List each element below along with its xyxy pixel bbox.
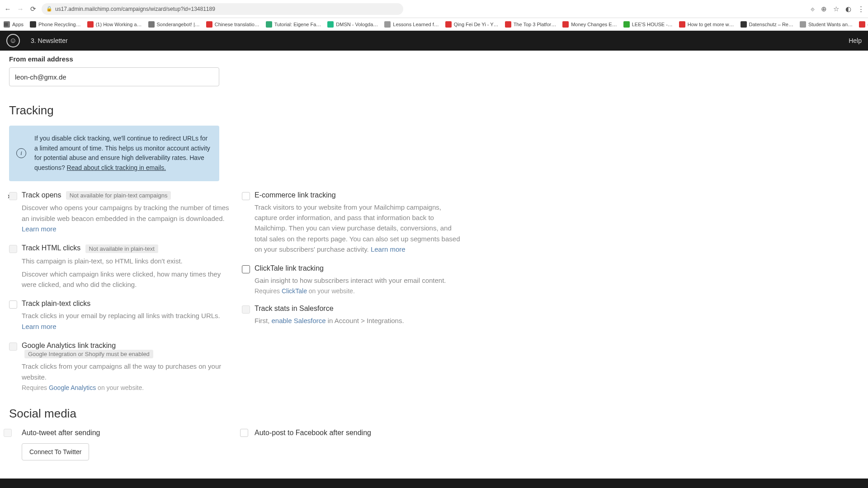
breadcrumb[interactable]: 3. Newsletter	[31, 37, 68, 44]
bookmark-favicon-icon	[859, 21, 865, 28]
from-email-label: From email address	[9, 55, 859, 63]
bookmark-item[interactable]: How to get more w…	[679, 21, 734, 28]
track-opens-option: Track opens Not available for plain-text…	[9, 191, 231, 234]
ga-badge: Google Integration or Shopify must be en…	[24, 350, 153, 358]
auto-facebook-checkbox[interactable]	[240, 429, 248, 437]
profile-icon[interactable]: ◐	[845, 5, 851, 13]
browser-toolbar: ← → ⟳ 🔒 us17.admin.mailchimp.com/campaig…	[0, 0, 868, 18]
star-icon[interactable]: ☆	[833, 5, 839, 13]
track-plain-desc: Track clicks in your email by replacing …	[22, 310, 231, 332]
ga-title: Google Analytics link tracking	[22, 342, 116, 349]
from-email-input[interactable]	[9, 67, 219, 86]
salesforce-desc: First, enable Salesforce in Account > In…	[255, 315, 463, 326]
bookmark-item[interactable]: LEE'S HOUSE -…	[623, 21, 673, 28]
info-icon: i	[16, 148, 26, 158]
track-html-checkbox	[9, 245, 17, 253]
auto-tweet-title: Auto-tweet after sending	[22, 429, 100, 436]
bookmark-favicon-icon	[266, 21, 272, 28]
clicktale-requires: Requires ClickTale on your website.	[255, 287, 463, 295]
bookmark-item[interactable]: Datenschutz – Re…	[741, 21, 793, 28]
track-html-title: Track HTML clicks	[22, 244, 80, 252]
ecommerce-learn-more-link[interactable]: Learn more	[371, 245, 406, 253]
track-html-clicks-option: Track HTML clicks Not available in plain…	[9, 244, 231, 290]
ga-link[interactable]: Google Analytics	[49, 384, 96, 391]
clicktale-link[interactable]: ClickTale	[282, 287, 307, 295]
main-content: From email address Tracking i If you dis…	[0, 51, 868, 479]
bookmark-favicon-icon	[800, 21, 806, 28]
google-analytics-option: Google Analytics link tracking Google In…	[9, 342, 231, 391]
ecommerce-title: E-commerce link tracking	[255, 191, 336, 199]
bookmark-item[interactable]: (2) How To Add A…	[859, 21, 868, 28]
tracking-right-column: E-commerce link tracking Track visitors …	[242, 191, 463, 401]
connect-twitter-button[interactable]: Connect To Twitter	[22, 443, 89, 460]
social-media-heading: Social media	[9, 407, 859, 421]
menu-icon[interactable]: ⋮	[858, 5, 864, 13]
track-opens-checkbox	[9, 192, 17, 200]
bookmark-favicon-icon	[148, 21, 155, 28]
url-text: us17.admin.mailchimp.com/campaigns/wizar…	[55, 6, 215, 12]
reload-button[interactable]: ⟳	[29, 5, 37, 13]
clicktale-title: ClickTale link tracking	[255, 264, 324, 272]
auto-facebook-title: Auto-post to Facebook after sending	[255, 429, 371, 436]
track-html-note: This campaign is plain-text, so HTML lin…	[22, 256, 231, 266]
bookmark-item[interactable]: Money Changes E…	[562, 21, 617, 28]
clicktale-checkbox[interactable]	[242, 265, 250, 273]
track-plain-title: Track plain-text clicks	[22, 300, 90, 307]
apps-icon: ▦	[4, 21, 10, 28]
bookmark-favicon-icon	[623, 21, 630, 28]
salesforce-title: Track stats in Salesforce	[255, 305, 334, 312]
bookmark-favicon-icon	[741, 21, 747, 28]
bookmark-favicon-icon	[327, 21, 334, 28]
salesforce-checkbox	[242, 305, 250, 314]
ga-checkbox	[9, 343, 17, 351]
ecommerce-desc: Track visitors to your website from your…	[255, 202, 463, 254]
bookmark-item[interactable]: The Top 3 Platfor…	[505, 21, 557, 28]
chrome-right-icons: ⟐ ⊕ ☆ ◐ ⋮	[811, 5, 864, 13]
bookmark-item[interactable]: DMSN - Vologda…	[327, 21, 378, 28]
translate-icon[interactable]: ⟐	[811, 5, 815, 13]
tracking-heading: Tracking	[9, 103, 859, 117]
apps-button[interactable]: ▦ Apps	[4, 21, 24, 28]
bookmark-favicon-icon	[87, 21, 94, 28]
track-html-desc: Discover which campaign links were click…	[22, 269, 231, 290]
bookmark-item[interactable]: (1) How Working a…	[87, 21, 142, 28]
info-link[interactable]: Read about click tracking in emails.	[67, 164, 166, 171]
bookmark-item[interactable]: Chinese translatio…	[206, 21, 259, 28]
bookmark-item[interactable]: Lessons Learned f…	[384, 21, 439, 28]
app-header: ☺ 3. Newsletter Help	[0, 31, 868, 51]
bookmark-favicon-icon	[445, 21, 452, 28]
url-bar[interactable]: 🔒 us17.admin.mailchimp.com/campaigns/wiz…	[42, 3, 403, 15]
bookmark-favicon-icon	[562, 21, 569, 28]
bookmark-item[interactable]: Sonderangebot! |…	[148, 21, 200, 28]
bookmark-item[interactable]: Phone Recycling…	[30, 21, 81, 28]
ga-desc: Track clicks from your campaigns all the…	[22, 361, 231, 382]
back-button[interactable]: ←	[4, 5, 12, 13]
bookmark-item[interactable]: Qing Fei De Yi - Y…	[445, 21, 499, 28]
bookmark-item[interactable]: Tutorial: Eigene Fa…	[266, 21, 321, 28]
tracking-info-box: i If you disable click tracking, we'll c…	[9, 126, 219, 181]
zoom-icon[interactable]: ⊕	[821, 5, 827, 13]
ecommerce-checkbox[interactable]	[242, 192, 250, 200]
bookmark-item[interactable]: Student Wants an…	[800, 21, 853, 28]
tracking-left-column: Track opens Not available for plain-text…	[9, 191, 231, 401]
help-link[interactable]: Help	[849, 37, 862, 44]
track-opens-badge: Not available for plain-text campaigns	[66, 191, 171, 200]
auto-tweet-option: Auto-tweet after sending Connect To Twit…	[9, 429, 231, 460]
track-opens-desc: Discover who opens your campaigns by tra…	[22, 202, 231, 234]
bookmark-favicon-icon	[679, 21, 685, 28]
ecommerce-option: E-commerce link tracking Track visitors …	[242, 191, 463, 254]
track-plain-learn-more-link[interactable]: Learn more	[22, 323, 57, 330]
clicktale-option: ClickTale link tracking Gain insight to …	[242, 264, 463, 295]
bookmark-favicon-icon	[384, 21, 391, 28]
track-plain-checkbox[interactable]	[9, 300, 17, 309]
track-opens-learn-more-link[interactable]: Learn more	[22, 225, 57, 233]
bookmark-favicon-icon	[505, 21, 511, 28]
track-plain-clicks-option: Track plain-text clicks Track clicks in …	[9, 300, 231, 332]
salesforce-link[interactable]: enable Salesforce	[272, 317, 326, 324]
track-html-badge: Not available in plain-text	[85, 244, 158, 253]
mailchimp-logo-icon[interactable]: ☺	[6, 34, 20, 47]
forward-button[interactable]: →	[16, 5, 24, 13]
ga-requires: Requires Google Analytics on your websit…	[22, 384, 231, 391]
track-opens-title: Track opens	[22, 191, 61, 199]
lock-icon: 🔒	[46, 6, 52, 12]
